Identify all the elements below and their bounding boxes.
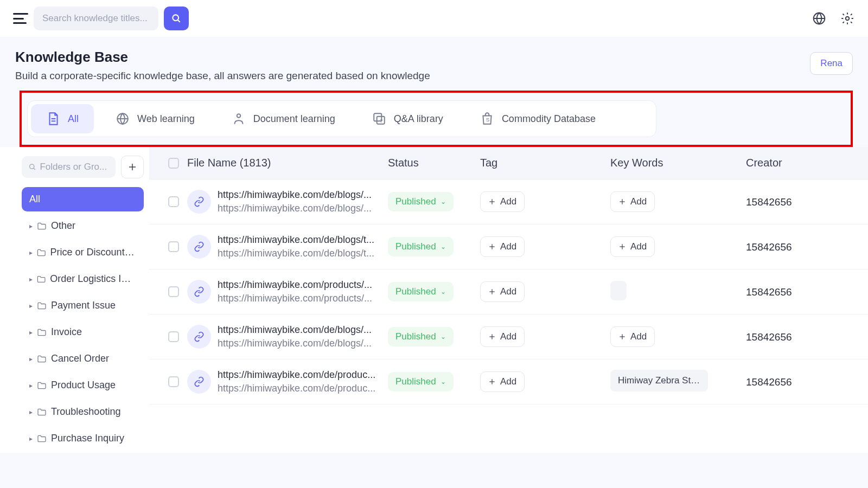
sidebar-item-product-usage[interactable]: ▸Product Usage [22,373,144,397]
file-url-primary[interactable]: https://himiwaybike.com/products/... [218,279,386,291]
tab-all[interactable]: All [31,104,94,133]
document-icon [46,112,60,126]
creator-id: 15842656 [746,286,792,298]
add-keyword-button[interactable]: Add [610,236,655,257]
page-subtitle: Build a corporate-specific knowledge bas… [15,70,430,82]
status-badge[interactable]: Published⌄ [388,282,454,301]
tab-label: All [68,113,79,125]
keyword-pill-empty [610,281,627,300]
file-url-primary[interactable]: https://himiwaybike.com/de/blogs/... [218,324,386,336]
add-tag-button[interactable]: Add [480,281,525,302]
chevron-right-icon: ▸ [29,435,33,442]
creator-id: 15842656 [746,241,792,253]
table-header-row: File Name (1813) Status Tag Key Words Cr… [149,147,868,179]
col-tag: Tag [480,157,610,169]
chevron-right-icon: ▸ [29,275,33,283]
sidebar-item-label: Troubleshooting [51,406,120,418]
file-url-secondary: https://himiwaybike.com/de/blogs/... [218,338,386,349]
chevron-down-icon: ⌄ [441,378,446,386]
select-all-checkbox[interactable] [168,158,179,169]
svg-text:S: S [486,117,490,123]
tab-document-learning[interactable]: Document learning [216,104,350,133]
topbar [0,0,868,37]
shopping-bag-icon: S [480,112,494,126]
svg-line-13 [34,168,35,170]
file-url-primary[interactable]: https://himiwaybike.com/de/produc... [218,369,386,381]
plus-icon [488,288,496,296]
add-tag-button[interactable]: Add [480,191,525,212]
add-tag-button[interactable]: Add [480,326,525,347]
status-badge[interactable]: Published⌄ [388,372,454,391]
globe-icon[interactable] [812,11,827,26]
svg-point-3 [846,17,850,21]
chevron-down-icon: ⌄ [441,288,446,296]
gear-icon[interactable] [840,11,855,26]
add-tag-button[interactable]: Add [480,236,525,257]
sidebar-item-other[interactable]: ▸Other [22,214,144,238]
plus-icon [488,243,496,251]
chevron-right-icon: ▸ [29,355,33,363]
plus-icon [618,198,626,206]
add-folder-button[interactable] [121,156,144,178]
link-icon [187,190,211,214]
col-file-name: File Name (1813) [187,157,388,169]
tab-commodity-database[interactable]: S Commodity Database [465,104,611,133]
chevron-right-icon: ▸ [29,408,33,416]
folder-search-input[interactable] [40,162,109,172]
col-creator: Creator [746,157,822,169]
tab-label: Document learning [253,113,335,125]
status-badge[interactable]: Published⌄ [388,237,454,256]
sidebar-item-label: Order Logistics Infor... [50,273,136,285]
rename-button[interactable]: Rena [810,52,853,75]
plus-icon [488,333,496,341]
search-field-wrap [34,7,158,30]
svg-point-7 [237,114,241,118]
keyword-pill[interactable]: Himiway Zebra Step Thru [610,370,708,391]
sidebar-item-label: Cancel Order [51,353,109,364]
file-url-primary[interactable]: https://himiwaybike.com/de/blogs/... [218,189,386,201]
tab-label: Q&A library [394,113,443,125]
folder-search-wrap [22,156,116,178]
sidebar-item-order-logistics-infor-[interactable]: ▸Order Logistics Infor... [22,267,144,291]
sidebar-item-price-or-discount-in-[interactable]: ▸Price or Discount In... [22,240,144,265]
sidebar-item-invoice[interactable]: ▸Invoice [22,320,144,344]
link-icon [187,325,211,349]
row-checkbox[interactable] [168,376,179,387]
search-input[interactable] [34,13,158,24]
row-checkbox[interactable] [168,286,179,297]
add-tag-button[interactable]: Add [480,371,525,392]
row-checkbox[interactable] [168,331,179,342]
tab-qa-library[interactable]: ? Q&A library [357,104,458,133]
add-keyword-button[interactable]: Add [610,326,655,347]
folder-icon [37,275,46,283]
hamburger-menu-icon[interactable] [13,13,28,24]
search-icon [171,13,182,24]
sidebar-item-payment-issue[interactable]: ▸Payment Issue [22,293,144,318]
row-checkbox[interactable] [168,196,179,207]
plus-icon [488,378,496,386]
table-row: https://himiwaybike.com/products/...http… [149,269,868,314]
file-url-primary[interactable]: https://himiwaybike.com/de/blogs/t... [218,234,386,246]
svg-point-0 [173,15,178,21]
add-keyword-button[interactable]: Add [610,191,655,212]
tab-label: Web learning [137,113,195,125]
table-row: https://himiwaybike.com/de/blogs/...http… [149,314,868,359]
content-area: All▸Other▸Price or Discount In...▸Order … [0,147,868,453]
sidebar-item-cancel-order[interactable]: ▸Cancel Order [22,346,144,371]
search-icon [28,162,36,172]
chevron-down-icon: ⌄ [441,243,446,251]
sidebar-item-purchase-inquiry[interactable]: ▸Purchase Inquiry [22,426,144,451]
status-badge[interactable]: Published⌄ [388,327,454,346]
sidebar-item-all[interactable]: All [22,187,144,211]
link-icon [187,370,211,394]
status-badge[interactable]: Published⌄ [388,192,454,211]
search-button[interactable] [164,7,189,30]
folder-icon [37,435,47,442]
sidebar-item-troubleshooting[interactable]: ▸Troubleshooting [22,400,144,424]
page-title: Knowledge Base [15,49,430,66]
tab-web-learning[interactable]: Web learning [100,104,210,133]
globe-icon [116,112,130,126]
row-checkbox[interactable] [168,241,179,252]
sidebar-item-label: All [29,194,40,205]
tabs-row: All Web learning Document learning ? Q&A… [27,100,656,137]
